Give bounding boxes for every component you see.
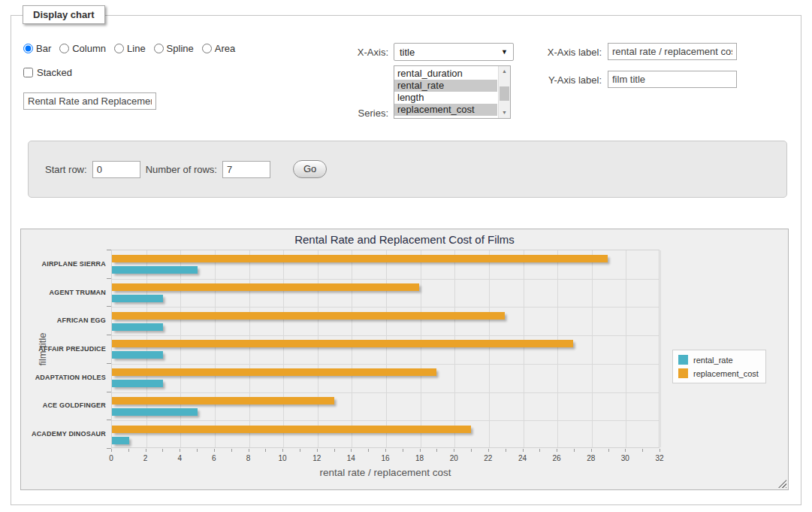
rental_rate-bar — [112, 408, 198, 416]
scroll-up-icon[interactable]: ▲ — [499, 66, 510, 77]
legend-item-rental_rate: rental_rate — [678, 355, 759, 365]
x-axis-label-input[interactable] — [608, 43, 737, 60]
x-tick-label: 6 — [212, 454, 216, 462]
category-label: AFRICAN EGG — [21, 317, 106, 324]
rental_rate-bar — [112, 380, 163, 387]
x-tick-label: 0 — [109, 454, 113, 462]
x-axis-select[interactable]: title ▼ — [394, 43, 514, 61]
chart-type-option-area[interactable]: Area — [202, 43, 235, 54]
x-tick-label: 30 — [621, 454, 629, 462]
go-button[interactable]: Go — [293, 160, 327, 178]
number-of-rows-input[interactable] — [222, 161, 270, 178]
legend-label: replacement_cost — [693, 369, 759, 378]
x-tick — [317, 449, 318, 452]
y-tick — [107, 420, 111, 420]
x-tick-label: 12 — [312, 454, 321, 462]
x-tick — [368, 449, 369, 452]
x-tick-label: 10 — [279, 454, 287, 462]
stacked-option[interactable]: Stacked — [23, 67, 72, 78]
y-tick — [107, 250, 111, 250]
scroll-down-icon[interactable]: ▼ — [499, 108, 510, 118]
series-select-label: Series: — [346, 108, 388, 119]
chart-type-radios: BarColumnLineSplineArea — [23, 43, 243, 54]
x-tick-label: 14 — [347, 454, 355, 462]
x-tick-label: 16 — [381, 454, 389, 462]
category-label: AGENT TRUMAN — [21, 289, 106, 296]
chart-type-radio-label: Area — [215, 43, 235, 54]
stacked-checkbox[interactable] — [23, 68, 33, 77]
rental_rate-bar — [112, 295, 163, 302]
page: { "display_chart": { "legend": "Display … — [0, 0, 812, 512]
series-option-replacement_cost[interactable]: replacement_cost — [394, 104, 497, 116]
chart-type-radio-bar[interactable] — [23, 44, 33, 53]
rental_rate-bar — [112, 351, 163, 359]
series-option-length[interactable]: length — [394, 92, 497, 104]
x-tick — [488, 449, 489, 452]
replacement_cost-bar — [112, 340, 573, 347]
y-axis-label-label: Y-Axis label: — [530, 74, 602, 86]
legend-label: rental_rate — [693, 356, 733, 365]
bar-group-agent-truman — [112, 279, 659, 308]
x-axis-label-label: X-Axis label: — [530, 47, 602, 58]
chart-type-option-line[interactable]: Line — [114, 43, 146, 54]
chart-type-radio-line[interactable] — [114, 44, 124, 53]
chart-type-option-column[interactable]: Column — [59, 43, 106, 54]
replacement_cost-bar — [112, 312, 505, 320]
x-tick — [334, 449, 335, 452]
gridline — [660, 250, 661, 447]
series-scrollbar[interactable]: ▲ ▼ — [498, 66, 510, 118]
x-tick-label: 32 — [655, 454, 663, 462]
series-option-rental_duration[interactable]: rental_duration — [394, 68, 497, 80]
legend-swatch-icon — [678, 355, 688, 365]
y-axis-label-input[interactable] — [608, 71, 737, 88]
x-tick-label: 24 — [518, 454, 527, 462]
x-tick — [608, 449, 609, 452]
x-tick — [420, 449, 421, 452]
bar-chart: Rental Rate and Replacement Cost of Film… — [20, 229, 789, 490]
category-label: AFFAIR PREJUDICE — [21, 345, 106, 353]
x-tick — [282, 449, 283, 452]
scrollbar-thumb[interactable] — [500, 86, 509, 101]
series-listbox[interactable]: rental_durationrental_ratelengthreplacem… — [394, 65, 511, 119]
legend-swatch-icon — [678, 368, 688, 378]
bar-group-adaptation-holes — [112, 364, 659, 392]
chart-type-radio-spline[interactable] — [154, 44, 164, 53]
chart-type-radio-label: Spline — [167, 43, 194, 54]
x-tick — [351, 449, 352, 452]
display-chart-panel: Display chart BarColumnLineSplineArea St… — [11, 15, 801, 505]
x-tick — [574, 449, 575, 452]
chart-title: Rental Rate and Replacement Cost of Film… — [21, 233, 788, 246]
start-row-input[interactable] — [92, 161, 140, 178]
x-tick — [506, 449, 506, 452]
x-tick — [180, 449, 180, 452]
y-tick — [107, 335, 111, 335]
category-label: ACE GOLDFINGER — [21, 401, 106, 409]
plot-area — [111, 250, 660, 448]
x-tick-label: 22 — [484, 454, 492, 462]
legend-item-replacement_cost: replacement_cost — [678, 368, 759, 378]
chart-type-radio-column[interactable] — [59, 44, 69, 53]
x-tick — [539, 449, 540, 452]
resize-grip-icon[interactable] — [778, 480, 786, 488]
chart-type-radio-label: Line — [127, 43, 146, 54]
y-tick — [107, 363, 111, 364]
category-label: AIRPLANE SIERRA — [21, 260, 106, 268]
row-range-panel: Start row: Number of rows: Go — [28, 141, 787, 198]
series-option-rental_rate[interactable]: rental_rate — [394, 80, 497, 92]
panel-legend: Display chart — [23, 5, 105, 24]
chart-type-radio-area[interactable] — [202, 44, 212, 53]
x-tick — [625, 449, 626, 452]
x-tick-label: 18 — [415, 454, 424, 462]
x-tick — [162, 449, 163, 452]
x-tick — [231, 449, 232, 452]
x-axis-selected-value: title — [400, 47, 415, 58]
bar-group-airplane-sierra — [112, 250, 659, 279]
chart-title-input[interactable] — [23, 92, 156, 110]
chart-type-option-spline[interactable]: Spline — [154, 43, 194, 54]
x-tick — [197, 449, 198, 452]
rental_rate-bar — [112, 323, 163, 331]
bar-group-ace-goldfinger — [112, 392, 659, 421]
x-tick-label: 8 — [246, 454, 251, 462]
chart-type-option-bar[interactable]: Bar — [23, 43, 51, 54]
x-tick — [436, 449, 437, 452]
